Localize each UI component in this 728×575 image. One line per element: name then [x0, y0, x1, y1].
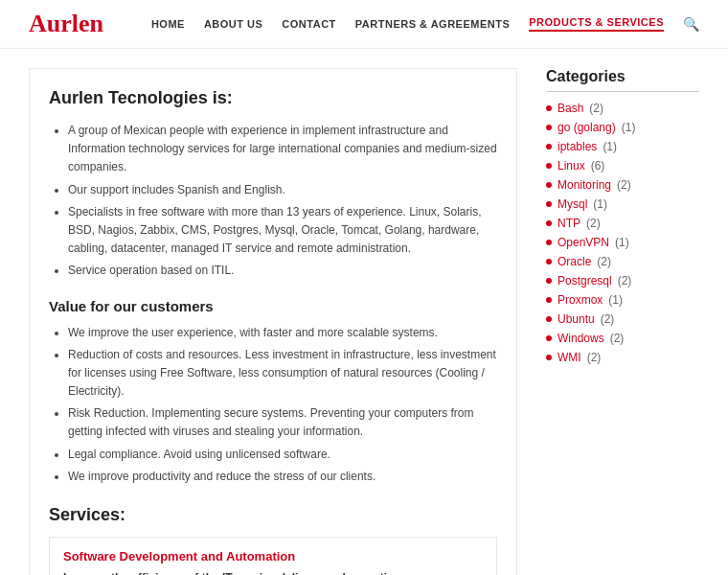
dot-icon	[546, 297, 552, 303]
sidebar-item-golang: go (golang) (1)	[546, 121, 699, 134]
sidebar-link-proxmox[interactable]: Proxmox	[557, 293, 603, 307]
intro-item-3: Specialists in free software with more t…	[68, 203, 497, 259]
dot-icon	[546, 335, 552, 341]
sidebar-item-ntp: NTP (2)	[546, 217, 699, 230]
sidebar-link-golang[interactable]: go (golang)	[557, 121, 616, 134]
main-nav: HOME ABOUT US CONTACT PARTNERS & AGREEME…	[151, 16, 699, 32]
sidebar-link-windows[interactable]: Windows	[557, 332, 604, 345]
sidebar-item-openvpn: OpenVPN (1)	[546, 236, 699, 249]
value-title: Value for our customers	[49, 298, 497, 314]
search-icon[interactable]: 🔍	[683, 16, 699, 32]
dot-icon	[546, 182, 552, 188]
sidebar-count-mysql: (1)	[593, 197, 607, 211]
page-title: Aurlen Tecnologies is:	[49, 88, 497, 108]
sidebar-count-windows: (2)	[610, 332, 625, 345]
service-card-subtitle: Improve the efficiency of the IT service…	[63, 571, 483, 575]
sidebar-count-ntp: (2)	[586, 217, 601, 230]
sidebar-link-ubuntu[interactable]: Ubuntu	[557, 312, 595, 326]
sidebar-item-linux: Linux (6)	[546, 159, 699, 172]
site-header: Aurlen HOME ABOUT US CONTACT PARTNERS & …	[0, 0, 728, 49]
dot-icon	[546, 144, 552, 150]
sidebar-item-wmi: WMI (2)	[546, 351, 699, 364]
value-item-5: We improve productivity and reduce the s…	[68, 468, 497, 486]
sidebar-item-ubuntu: Ubuntu (2)	[546, 312, 699, 326]
value-list: We improve the user experience, with fas…	[68, 324, 497, 487]
dot-icon	[546, 220, 552, 226]
services-title: Services:	[49, 505, 497, 525]
sidebar-item-iptables: iptables (1)	[546, 140, 699, 153]
nav-about[interactable]: ABOUT US	[204, 18, 262, 30]
sidebar-count-linux: (6)	[591, 159, 605, 172]
sidebar-count-iptables: (1)	[603, 140, 617, 153]
dot-icon	[546, 201, 552, 207]
dot-icon	[546, 259, 552, 264]
dot-icon	[546, 105, 552, 111]
sidebar-link-postgresql[interactable]: Postgresql	[557, 274, 612, 288]
dot-icon	[546, 240, 552, 245]
sidebar-link-monitoring[interactable]: Monitoring	[557, 178, 611, 192]
sidebar-item-proxmox: Proxmox (1)	[546, 293, 699, 307]
sidebar-count-wmi: (2)	[587, 351, 602, 364]
sidebar-link-bash[interactable]: Bash	[557, 102, 583, 115]
intro-item-2: Our support includes Spanish and English…	[68, 181, 497, 199]
value-item-4: Legal compliance. Avoid using unlicensed…	[68, 446, 497, 464]
site-logo[interactable]: Aurlen	[29, 10, 103, 38]
sidebar-count-monitoring: (2)	[617, 178, 631, 192]
sidebar-count-bash: (2)	[589, 102, 603, 115]
value-item-3: Risk Reduction. Implementing secure syst…	[68, 404, 497, 441]
sidebar: Categories Bash (2) go (golang) (1) ipta…	[546, 68, 699, 575]
main-content: Aurlen Tecnologies is: A group of Mexica…	[29, 68, 517, 575]
value-item-1: We improve the user experience, with fas…	[68, 324, 497, 342]
page-container: Aurlen Tecnologies is: A group of Mexica…	[0, 49, 728, 575]
nav-home[interactable]: HOME	[151, 18, 185, 30]
dot-icon	[546, 355, 552, 360]
intro-item-1: A group of Mexican people with experienc…	[68, 122, 497, 177]
sidebar-link-ntp[interactable]: NTP	[557, 217, 580, 230]
intro-list: A group of Mexican people with experienc…	[68, 122, 497, 281]
service-card-title[interactable]: Software Development and Automation	[63, 549, 483, 564]
sidebar-item-postgresql: Postgresql (2)	[546, 274, 699, 288]
sidebar-count-postgresql: (2)	[618, 274, 632, 288]
sidebar-count-oracle: (2)	[597, 255, 611, 268]
sidebar-count-proxmox: (1)	[608, 293, 623, 307]
sidebar-item-bash: Bash (2)	[546, 102, 699, 115]
dot-icon	[546, 163, 552, 169]
sidebar-item-oracle: Oracle (2)	[546, 255, 699, 268]
nav-contact[interactable]: CONTACT	[282, 18, 335, 30]
sidebar-title: Categories	[546, 68, 699, 92]
sidebar-link-mysql[interactable]: Mysql	[557, 197, 587, 211]
sidebar-item-mysql: Mysql (1)	[546, 197, 699, 211]
sidebar-count-openvpn: (1)	[615, 236, 629, 249]
value-item-2: Reduction of costs and resources. Less i…	[68, 346, 497, 402]
sidebar-link-oracle[interactable]: Oracle	[557, 255, 591, 268]
sidebar-link-linux[interactable]: Linux	[557, 159, 585, 172]
sidebar-link-openvpn[interactable]: OpenVPN	[557, 236, 609, 249]
dot-icon	[546, 316, 552, 322]
intro-item-4: Service operation based on ITIL.	[68, 262, 497, 280]
nav-products[interactable]: PRODUCTS & SERVICES	[529, 16, 664, 32]
sidebar-item-windows: Windows (2)	[546, 332, 699, 345]
dot-icon	[546, 278, 552, 284]
nav-partners[interactable]: PARTNERS & AGREEMENTS	[355, 18, 510, 30]
sidebar-item-monitoring: Monitoring (2)	[546, 178, 699, 192]
service-card-software: Software Development and Automation Impr…	[49, 537, 497, 575]
sidebar-link-iptables[interactable]: iptables	[557, 140, 597, 153]
sidebar-count-golang: (1)	[622, 121, 636, 134]
sidebar-link-wmi[interactable]: WMI	[557, 351, 581, 364]
sidebar-count-ubuntu: (2)	[601, 312, 615, 326]
dot-icon	[546, 125, 552, 130]
